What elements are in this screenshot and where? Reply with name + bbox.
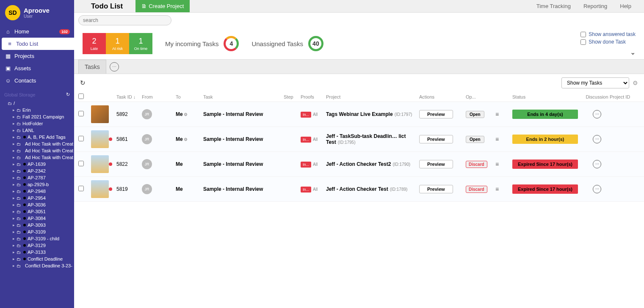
search-input[interactable] bbox=[78, 15, 171, 25]
tree-item[interactable]: ▸🗀AP-2948 bbox=[0, 188, 74, 195]
preview-button[interactable]: Preview bbox=[419, 185, 453, 193]
chk-answered-input[interactable] bbox=[580, 32, 586, 37]
view-select[interactable]: Show my Tasks bbox=[561, 77, 629, 88]
tab-tasks[interactable]: Tasks bbox=[78, 60, 106, 74]
user-name: Aproove bbox=[24, 7, 50, 14]
row-menu-icon[interactable]: ≡ bbox=[495, 161, 499, 168]
chevron-down-icon[interactable]: ⌄ bbox=[630, 48, 636, 56]
gear-icon[interactable]: ⚙ bbox=[633, 80, 638, 86]
nav-assets[interactable]: ▣ Assets bbox=[0, 62, 74, 74]
stat-ontime[interactable]: 1 On time bbox=[129, 33, 152, 54]
gear-icon[interactable]: ⚙ bbox=[184, 112, 188, 117]
discussion-icon[interactable]: ⋯ bbox=[593, 135, 601, 143]
col-projectid[interactable]: Project ID bbox=[610, 94, 635, 99]
col-proofs[interactable]: Proofs bbox=[301, 94, 326, 99]
row-checkbox[interactable] bbox=[78, 136, 84, 141]
col-project[interactable]: Project bbox=[326, 94, 419, 99]
row-checkbox[interactable] bbox=[78, 186, 84, 191]
preview-button[interactable]: Preview bbox=[419, 135, 453, 143]
row-project: Jeff - Action Checker Test(ID:1789) bbox=[326, 186, 419, 192]
table-row[interactable]: 5822JRMeSample - Internal ReviewIn...All… bbox=[74, 152, 644, 177]
tree-item[interactable]: ▸🗀HotFolder bbox=[0, 120, 74, 127]
link-reporting[interactable]: Reporting bbox=[583, 3, 607, 9]
tree-item-label: HotFolder bbox=[22, 121, 43, 126]
op-button[interactable]: Discard bbox=[466, 161, 487, 168]
link-help[interactable]: Help bbox=[620, 3, 631, 9]
tree-item[interactable]: ▸🗀Conflict Deadline 3-23- bbox=[0, 262, 74, 269]
table-row[interactable]: 5819JRMeSample - Internal ReviewIn...All… bbox=[74, 177, 644, 202]
tree-item[interactable]: ▸🗀AP-1639 bbox=[0, 161, 74, 168]
stat-atrisk[interactable]: 1 At risk bbox=[106, 33, 129, 54]
col-to[interactable]: To bbox=[176, 94, 203, 99]
tree-item[interactable]: ▸🗀ap-2929-b bbox=[0, 181, 74, 188]
link-time-tracking[interactable]: Time Tracking bbox=[536, 3, 571, 9]
refresh-icon[interactable]: ↻ bbox=[66, 92, 70, 97]
nav-projects[interactable]: ▦ Projects bbox=[0, 50, 74, 62]
tree-item[interactable]: ▸🗀AP-2787 bbox=[0, 174, 74, 181]
row-checkbox[interactable] bbox=[78, 111, 84, 116]
tree-item[interactable]: ▸🗀Fall 2021 Campaign bbox=[0, 113, 74, 120]
tree-item[interactable]: ▸🗀AP-3109 bbox=[0, 228, 74, 235]
tree-item[interactable]: ▸🗀Erin bbox=[0, 107, 74, 113]
discussion-icon[interactable]: ⋯ bbox=[593, 160, 601, 168]
table-row[interactable]: 5861JRMe⚙Sample - Internal ReviewIn...Al… bbox=[74, 127, 644, 152]
col-task[interactable]: Task bbox=[203, 94, 284, 99]
tree-item[interactable]: ▸🗀Ad Hoc Task with Creat bbox=[0, 154, 74, 161]
stat-late[interactable]: 2 Late bbox=[83, 33, 106, 54]
tree-item[interactable]: ▸🗀AP-3133 bbox=[0, 249, 74, 256]
nav-contacts[interactable]: ☺ Contacts bbox=[0, 74, 74, 87]
chevron-right-icon: ▸ bbox=[13, 155, 15, 160]
tree-root[interactable]: 🗀/ bbox=[0, 100, 74, 107]
tree-item[interactable]: ▸🗀AP-2954 bbox=[0, 195, 74, 201]
tree-item-label: AP-3084 bbox=[28, 216, 46, 221]
stat-ontime-count: 1 bbox=[138, 37, 143, 46]
tree-item[interactable]: ▸🗀A, B, PE Add Tags bbox=[0, 134, 74, 140]
discussion-icon[interactable]: ⋯ bbox=[593, 185, 601, 193]
nav-home[interactable]: ⌂ Home 102 bbox=[0, 25, 74, 38]
row-menu-icon[interactable]: ≡ bbox=[495, 136, 499, 143]
tree-item[interactable]: ▸🗀Conflict Deadline bbox=[0, 256, 74, 262]
row-menu-icon[interactable]: ≡ bbox=[495, 111, 499, 118]
tree-item[interactable]: ▸🗀AP-3084 bbox=[0, 215, 74, 222]
plus-file-icon: 🗎 bbox=[141, 3, 147, 9]
chk-done-input[interactable] bbox=[580, 39, 586, 45]
chk-show-done[interactable]: Show done Task bbox=[580, 39, 636, 45]
col-discussion[interactable]: Discussion bbox=[584, 94, 610, 99]
tree-item[interactable]: ▸🗀AP-3129 bbox=[0, 242, 74, 249]
discussion-icon[interactable]: ⋯ bbox=[593, 110, 601, 118]
row-menu-icon[interactable]: ≡ bbox=[495, 186, 499, 192]
refresh-button[interactable]: ↻ bbox=[80, 79, 86, 87]
preview-button[interactable]: Preview bbox=[419, 110, 453, 118]
tree-item[interactable]: ▸🗀AP-2342 bbox=[0, 168, 74, 174]
select-all-checkbox[interactable] bbox=[78, 94, 84, 99]
tree-item[interactable]: ▸🗀Ad Hoc Task with Creat bbox=[0, 147, 74, 154]
tree-item[interactable]: ▸🗀AP-3051 bbox=[0, 208, 74, 215]
tree-item[interactable]: ▸🗀LANL bbox=[0, 127, 74, 134]
tree-item[interactable]: ▸🗀AP-3109 - child bbox=[0, 235, 74, 242]
tree-item[interactable]: ▸🗀AP-3093 bbox=[0, 222, 74, 228]
preview-button[interactable]: Preview bbox=[419, 160, 453, 168]
tree-item[interactable]: ▸🗀Ad Hoc Task with Creat bbox=[0, 140, 74, 147]
row-checkbox[interactable] bbox=[78, 161, 84, 166]
col-actions[interactable]: Actions bbox=[419, 94, 466, 99]
chat-icon[interactable]: ⋯ bbox=[110, 62, 119, 72]
col-taskid[interactable]: Task ID ↓ bbox=[116, 94, 142, 99]
row-project-id: (ID:1790) bbox=[392, 162, 410, 167]
op-button[interactable]: Open bbox=[466, 136, 484, 143]
op-button[interactable]: Discard bbox=[466, 186, 487, 193]
col-step[interactable]: Step bbox=[284, 94, 301, 99]
op-button[interactable]: Open bbox=[466, 111, 484, 118]
chevron-right-icon: ▸ bbox=[13, 203, 15, 207]
tree-item[interactable]: ▸🗀AP-3036 bbox=[0, 201, 74, 208]
gear-icon[interactable]: ⚙ bbox=[184, 137, 188, 142]
create-project-button[interactable]: 🗎 Create Project bbox=[135, 0, 190, 12]
nav-todo[interactable]: ≡ Todo List bbox=[2, 38, 74, 50]
row-project: Jeff - TaskSub-task Deadlin… lict Test(I… bbox=[326, 133, 419, 145]
col-status[interactable]: Status bbox=[512, 94, 584, 99]
col-from[interactable]: From bbox=[142, 94, 176, 99]
chk-show-answered[interactable]: Show answered task bbox=[580, 31, 636, 37]
table-row[interactable]: 5892JRMe⚙Sample - Internal ReviewIn...Al… bbox=[74, 102, 644, 127]
col-op[interactable]: Op... bbox=[466, 94, 495, 99]
from-avatar: JR bbox=[142, 159, 152, 169]
proof-badge: In... bbox=[301, 162, 311, 168]
